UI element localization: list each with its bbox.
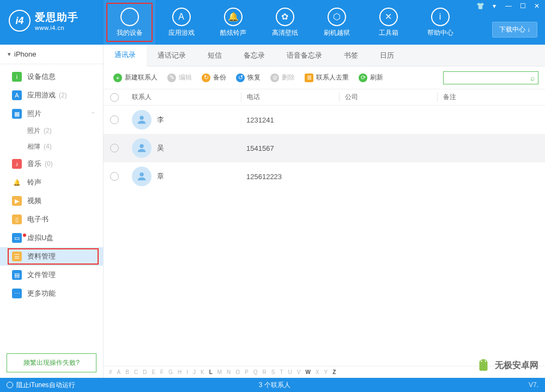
contact-phone: 125612223 xyxy=(241,173,339,181)
row-checkbox[interactable] xyxy=(110,115,119,124)
tab-短信[interactable]: 短信 xyxy=(197,45,233,66)
tab-bar: 通讯录通话记录短信备忘录语音备忘录书签日历 xyxy=(104,45,545,66)
tab-书签[interactable]: 书签 xyxy=(333,45,369,66)
contact-phone: 1231241 xyxy=(241,116,339,124)
alpha-G[interactable]: G xyxy=(168,369,173,375)
avatar-icon xyxy=(132,167,152,186)
sidebar-item-铃声[interactable]: 🔔铃声 xyxy=(0,173,103,192)
badge-dot xyxy=(23,234,26,237)
delete-button[interactable]: ⊘删除 xyxy=(267,71,298,84)
row-checkbox[interactable] xyxy=(110,144,119,152)
minimize-icon[interactable]: — xyxy=(504,2,513,10)
tab-日历[interactable]: 日历 xyxy=(369,45,405,66)
alpha-S[interactable]: S xyxy=(271,369,275,375)
音乐-icon: ♪ xyxy=(12,159,22,169)
shirt-icon[interactable]: 👕 xyxy=(475,2,485,10)
contact-list: 李1231241吴1541567章125612223 xyxy=(104,106,545,366)
tab-语音备忘录[interactable]: 语音备忘录 xyxy=(276,45,333,66)
contact-count: 3 个联系人 xyxy=(21,381,529,390)
sidebar-item-照片[interactable]: ▦照片 xyxy=(0,105,103,123)
alpha-J[interactable]: J xyxy=(193,369,196,375)
topnav-我的设备[interactable]: 我的设备 xyxy=(104,0,155,45)
table-header: 联系人 电话 公司 备注 xyxy=(104,89,545,106)
alpha-Q[interactable]: Q xyxy=(253,369,258,375)
search-input[interactable] xyxy=(447,74,530,82)
更多功能-icon: ⋯ xyxy=(12,289,22,298)
close-icon[interactable]: ✕ xyxy=(532,2,542,10)
alpha-P[interactable]: P xyxy=(245,369,249,375)
alpha-index[interactable]: #ABCDEFGHIJKLMNOPQRSTUVWXYZ xyxy=(104,366,545,378)
sidebar-item-音乐[interactable]: ♪音乐(0) xyxy=(0,155,103,173)
sidebar-item-电子书[interactable]: ▯电子书 xyxy=(0,210,103,229)
tray-icon[interactable]: ▾ xyxy=(489,2,499,10)
nav-icon: i xyxy=(431,8,450,26)
sidebar-sub-照片[interactable]: 照片(2) xyxy=(0,123,103,139)
sidebar-sub-相簿[interactable]: 相簿(4) xyxy=(0,139,103,155)
status-bar: 阻止iTunes自动运行 3 个联系人 V7. xyxy=(0,378,545,392)
backup-button[interactable]: ↻备份 xyxy=(198,71,229,84)
toolbar: +新建联系人 ✎编辑 ↻备份 ↺恢复 ⊘删除 ≣联系人去重 ⟳刷新 ⌕ xyxy=(104,66,545,89)
alpha-N[interactable]: N xyxy=(227,369,231,375)
alpha-Y[interactable]: Y xyxy=(324,369,328,375)
topnav-刷机越狱[interactable]: ⬡刷机越狱 xyxy=(311,0,362,45)
tab-备忘录[interactable]: 备忘录 xyxy=(233,45,276,66)
设备信息-icon: i xyxy=(12,72,22,82)
top-header: i4 爱思助手 www.i4.cn 我的设备A应用游戏🔔酷炫铃声✿高清壁纸⬡刷机… xyxy=(0,0,545,45)
alpha-L[interactable]: L xyxy=(209,369,213,375)
avatar-icon xyxy=(132,138,152,158)
sidebar-item-更多功能[interactable]: ⋯更多功能 xyxy=(0,284,103,303)
restore-button[interactable]: ↺恢复 xyxy=(233,71,264,84)
sidebar-item-应用游戏[interactable]: A应用游戏(2) xyxy=(0,86,103,105)
col-company: 公司 xyxy=(339,93,437,102)
sidebar-item-视频[interactable]: ▶视频 xyxy=(0,192,103,210)
help-link[interactable]: 频繁出现操作失败? xyxy=(7,353,96,372)
maximize-icon[interactable]: ☐ xyxy=(518,2,528,10)
col-note: 备注 xyxy=(437,93,538,102)
alpha-K[interactable]: K xyxy=(201,369,204,375)
topnav-高清壁纸[interactable]: ✿高清壁纸 xyxy=(259,0,311,45)
refresh-button[interactable]: ⟳刷新 xyxy=(355,71,386,84)
alpha-Z[interactable]: Z xyxy=(332,369,336,375)
download-center-button[interactable]: 下载中心 ↓ xyxy=(492,22,537,38)
contact-row[interactable]: 李1231241 xyxy=(104,106,545,134)
alpha-R[interactable]: R xyxy=(263,369,267,375)
sidebar-item-虚拟U盘[interactable]: ▭虚拟U盘 xyxy=(0,229,103,247)
tab-通讯录[interactable]: 通讯录 xyxy=(104,45,147,66)
alpha-X[interactable]: X xyxy=(316,369,319,375)
contact-row[interactable]: 章125612223 xyxy=(104,162,545,191)
sidebar-item-文件管理[interactable]: ▤文件管理 xyxy=(0,266,103,284)
topnav-酷炫铃声[interactable]: 🔔酷炫铃声 xyxy=(207,0,259,45)
select-all-checkbox[interactable] xyxy=(110,93,119,102)
sidebar-item-资料管理[interactable]: ☰资料管理 xyxy=(0,247,103,266)
search-icon[interactable]: ⌕ xyxy=(530,74,535,82)
device-selector[interactable]: iPhone xyxy=(0,45,103,64)
edit-button[interactable]: ✎编辑 xyxy=(164,71,195,84)
topnav-应用游戏[interactable]: A应用游戏 xyxy=(155,0,207,45)
alpha-V[interactable]: V xyxy=(297,369,301,375)
topnav-工具箱[interactable]: ✕工具箱 xyxy=(362,0,414,45)
sidebar-item-设备信息[interactable]: i设备信息 xyxy=(0,68,103,86)
alpha-A[interactable]: A xyxy=(117,369,121,375)
tab-通话记录[interactable]: 通话记录 xyxy=(147,45,197,66)
alpha-E[interactable]: E xyxy=(152,369,155,375)
alpha-U[interactable]: U xyxy=(288,369,292,375)
search-box[interactable]: ⌕ xyxy=(443,71,538,84)
contact-row[interactable]: 吴1541567 xyxy=(104,134,545,162)
alpha-H[interactable]: H xyxy=(178,369,181,375)
alpha-#[interactable]: # xyxy=(109,369,112,375)
alpha-F[interactable]: F xyxy=(160,369,164,375)
dedupe-button[interactable]: ≣联系人去重 xyxy=(301,71,352,84)
version-label: V7. xyxy=(529,381,538,389)
alpha-I[interactable]: I xyxy=(186,369,188,375)
row-checkbox[interactable] xyxy=(110,172,119,181)
alpha-T[interactable]: T xyxy=(280,369,283,375)
alpha-O[interactable]: O xyxy=(235,369,240,375)
alpha-D[interactable]: D xyxy=(143,369,147,375)
main-panel: 通讯录通话记录短信备忘录语音备忘录书签日历 +新建联系人 ✎编辑 ↻备份 ↺恢复… xyxy=(104,45,545,378)
alpha-W[interactable]: W xyxy=(305,369,310,375)
alpha-M[interactable]: M xyxy=(217,369,222,375)
new-contact-button[interactable]: +新建联系人 xyxy=(110,71,161,84)
alpha-B[interactable]: B xyxy=(125,369,129,375)
topnav-帮助中心[interactable]: i帮助中心 xyxy=(414,0,466,45)
alpha-C[interactable]: C xyxy=(134,369,138,375)
